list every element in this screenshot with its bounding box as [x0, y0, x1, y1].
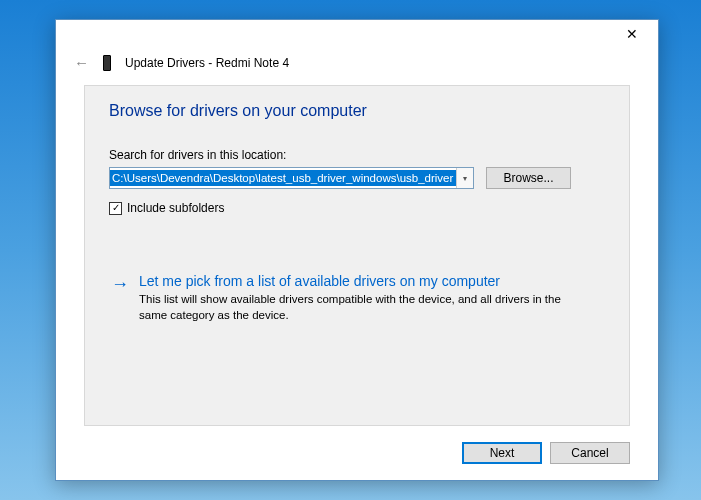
button-row: Next Cancel — [56, 434, 658, 480]
cancel-button[interactable]: Cancel — [550, 442, 630, 464]
path-combobox[interactable]: C:\Users\Devendra\Desktop\latest_usb_dri… — [109, 167, 474, 189]
pick-text-block: Let me pick from a list of available dri… — [139, 273, 579, 323]
include-subfolders-row[interactable]: ✓ Include subfolders — [109, 201, 605, 215]
chevron-down-icon[interactable]: ▾ — [456, 168, 473, 188]
back-arrow-icon[interactable]: ← — [70, 52, 93, 73]
titlebar: ✕ — [56, 20, 658, 48]
path-row: C:\Users\Devendra\Desktop\latest_usb_dri… — [109, 167, 605, 189]
dialog-window: ✕ ← Update Drivers - Redmi Note 4 Browse… — [55, 19, 659, 481]
page-heading: Browse for drivers on your computer — [109, 102, 605, 120]
browse-button[interactable]: Browse... — [486, 167, 571, 189]
pick-description: This list will show available drivers co… — [139, 291, 579, 323]
pick-from-list-option[interactable]: → Let me pick from a list of available d… — [109, 265, 605, 331]
header-row: ← Update Drivers - Redmi Note 4 — [56, 48, 658, 85]
window-title: Update Drivers - Redmi Note 4 — [125, 56, 289, 70]
close-icon[interactable]: ✕ — [616, 23, 648, 45]
arrow-right-icon: → — [111, 273, 129, 323]
content-panel: Browse for drivers on your computer Sear… — [84, 85, 630, 426]
path-value[interactable]: C:\Users\Devendra\Desktop\latest_usb_dri… — [110, 170, 456, 186]
device-icon — [103, 55, 111, 71]
next-button[interactable]: Next — [462, 442, 542, 464]
include-subfolders-label: Include subfolders — [127, 201, 224, 215]
pick-title: Let me pick from a list of available dri… — [139, 273, 579, 289]
checkbox-icon[interactable]: ✓ — [109, 202, 122, 215]
search-label: Search for drivers in this location: — [109, 148, 605, 162]
